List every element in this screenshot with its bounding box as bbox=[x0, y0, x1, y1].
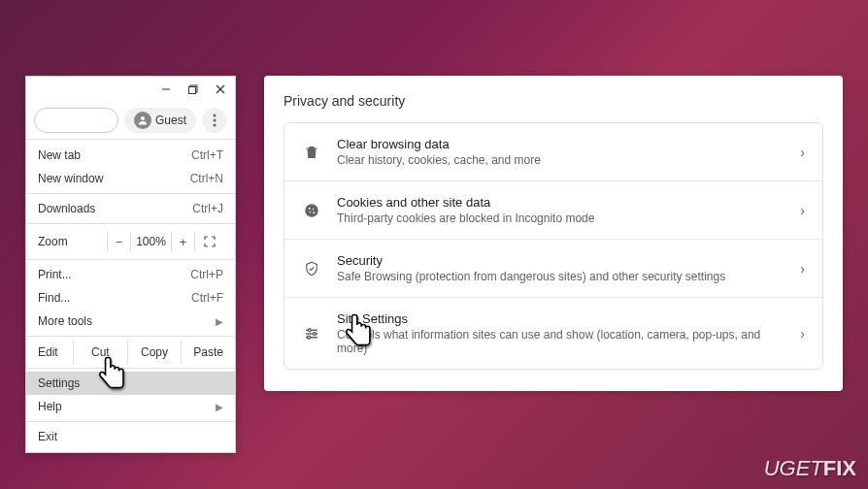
divider bbox=[26, 336, 235, 337]
svg-point-10 bbox=[309, 207, 311, 209]
zoom-value: 100% bbox=[130, 232, 171, 251]
menu-label: New window bbox=[38, 172, 103, 185]
menu-shortcut: Ctrl+J bbox=[192, 202, 223, 215]
minimize-button[interactable] bbox=[159, 82, 173, 96]
menu-item-new-window[interactable]: New window Ctrl+N bbox=[26, 167, 235, 190]
svg-point-12 bbox=[310, 211, 312, 212]
menu-list: New tab Ctrl+T New window Ctrl+N Downloa… bbox=[26, 140, 235, 452]
maximize-button[interactable] bbox=[186, 82, 200, 96]
svg-point-13 bbox=[313, 212, 315, 213]
menu-label: Help bbox=[38, 400, 62, 413]
watermark: UGETFIX bbox=[764, 456, 856, 481]
profile-button[interactable]: Guest bbox=[124, 108, 196, 133]
menu-shortcut: Ctrl+N bbox=[190, 172, 223, 185]
chevron-right-icon: ▶ bbox=[216, 316, 223, 327]
setting-title: Clear browsing data bbox=[337, 137, 785, 151]
svg-point-11 bbox=[313, 208, 315, 210]
watermark-bold: FIX bbox=[823, 456, 856, 480]
person-icon bbox=[134, 112, 151, 129]
menu-item-new-tab[interactable]: New tab Ctrl+T bbox=[26, 144, 235, 167]
zoom-in-button[interactable]: + bbox=[171, 231, 194, 252]
setting-clear-browsing-data[interactable]: Clear browsing data Clear history, cooki… bbox=[284, 123, 822, 181]
menu-item-downloads[interactable]: Downloads Ctrl+J bbox=[26, 197, 235, 220]
svg-point-7 bbox=[214, 119, 217, 122]
setting-desc: Safe Browsing (protection from dangerous… bbox=[337, 270, 785, 283]
svg-point-18 bbox=[314, 332, 317, 335]
paste-button[interactable]: Paste bbox=[181, 340, 235, 365]
svg-point-17 bbox=[308, 328, 311, 331]
cookie-icon bbox=[302, 202, 321, 219]
chevron-right-icon: › bbox=[800, 261, 805, 277]
trash-icon bbox=[302, 144, 321, 161]
profile-label: Guest bbox=[155, 114, 186, 127]
svg-point-5 bbox=[141, 116, 145, 120]
menu-item-print[interactable]: Print... Ctrl+P bbox=[26, 263, 235, 286]
watermark-light: UGET bbox=[764, 456, 823, 480]
setting-desc: Third-party cookies are blocked in Incog… bbox=[337, 212, 785, 225]
edit-label: Edit bbox=[26, 340, 73, 365]
divider bbox=[26, 193, 235, 194]
setting-desc: Controls what information sites can use … bbox=[337, 328, 785, 355]
menu-label: Settings bbox=[38, 376, 80, 390]
chevron-right-icon: › bbox=[800, 145, 805, 160]
address-bar[interactable] bbox=[34, 108, 118, 133]
menu-shortcut: Ctrl+T bbox=[191, 148, 223, 162]
zoom-out-button[interactable]: − bbox=[107, 231, 130, 252]
menu-shortcut: Ctrl+F bbox=[191, 291, 223, 305]
menu-label: Exit bbox=[38, 430, 57, 443]
menu-item-settings[interactable]: Settings bbox=[26, 372, 235, 395]
menu-item-more-tools[interactable]: More tools ▶ bbox=[26, 310, 235, 333]
setting-site-settings[interactable]: Site Settings Controls what information … bbox=[284, 298, 822, 369]
setting-title: Security bbox=[337, 253, 785, 268]
divider bbox=[26, 368, 235, 369]
fullscreen-button[interactable] bbox=[194, 231, 223, 252]
chrome-menu-window: Guest New tab Ctrl+T New window Ctrl+N D… bbox=[25, 76, 236, 453]
divider bbox=[26, 259, 235, 260]
zoom-label: Zoom bbox=[38, 235, 68, 248]
menu-label: More tools bbox=[38, 314, 92, 328]
svg-point-19 bbox=[308, 336, 311, 339]
settings-card: Clear browsing data Clear history, cooki… bbox=[284, 122, 823, 370]
menu-item-edit: Edit Cut Copy Paste bbox=[26, 340, 235, 365]
menu-item-exit[interactable]: Exit bbox=[26, 425, 235, 448]
menu-item-find[interactable]: Find... Ctrl+F bbox=[26, 286, 235, 310]
panel-title: Privacy and security bbox=[284, 93, 823, 109]
sliders-icon bbox=[302, 325, 321, 342]
privacy-security-panel: Privacy and security Clear browsing data… bbox=[264, 76, 843, 391]
menu-label: New tab bbox=[38, 148, 81, 162]
setting-title: Cookies and other site data bbox=[337, 195, 785, 210]
toolbar: Guest bbox=[26, 102, 235, 140]
menu-label: Print... bbox=[38, 268, 72, 281]
chevron-right-icon: ▶ bbox=[216, 402, 223, 412]
menu-label: Find... bbox=[38, 291, 70, 305]
svg-point-6 bbox=[214, 114, 217, 117]
copy-button[interactable]: Copy bbox=[127, 340, 182, 365]
setting-title: Site Settings bbox=[337, 311, 785, 326]
menu-item-zoom: Zoom − 100% + bbox=[26, 227, 235, 256]
chevron-right-icon: › bbox=[800, 203, 805, 218]
menu-label: Downloads bbox=[38, 202, 95, 215]
window-titlebar bbox=[26, 77, 235, 102]
chevron-right-icon: › bbox=[800, 326, 805, 342]
menu-item-help[interactable]: Help ▶ bbox=[26, 395, 235, 418]
kebab-menu-button[interactable] bbox=[202, 108, 227, 133]
svg-point-9 bbox=[305, 204, 318, 217]
cut-button[interactable]: Cut bbox=[73, 340, 127, 365]
svg-point-8 bbox=[214, 124, 217, 127]
divider bbox=[26, 223, 235, 224]
setting-desc: Clear history, cookies, cache, and more bbox=[337, 153, 785, 167]
svg-rect-2 bbox=[189, 87, 196, 94]
shield-icon bbox=[302, 260, 321, 277]
setting-cookies[interactable]: Cookies and other site data Third-party … bbox=[284, 181, 822, 240]
menu-shortcut: Ctrl+P bbox=[190, 268, 223, 281]
setting-security[interactable]: Security Safe Browsing (protection from … bbox=[284, 240, 822, 298]
close-button[interactable] bbox=[214, 82, 227, 96]
divider bbox=[26, 421, 235, 422]
